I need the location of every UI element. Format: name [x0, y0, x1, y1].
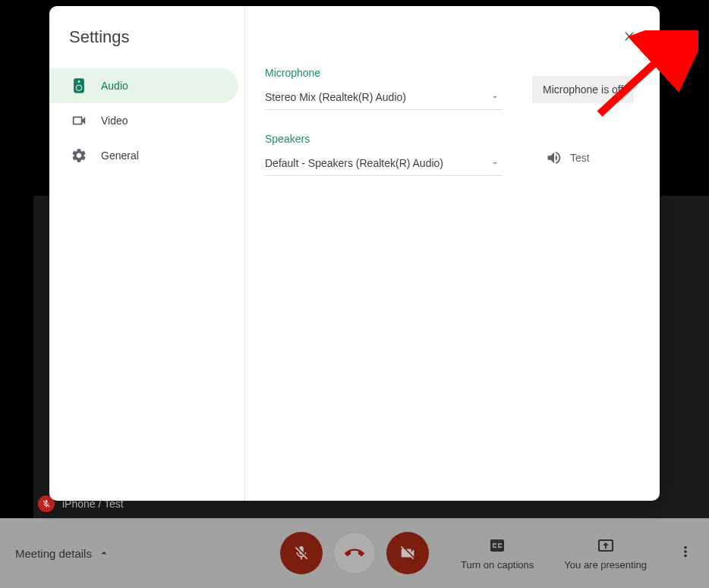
video-icon [71, 112, 87, 129]
settings-sidebar: Settings Audio Video General [49, 6, 245, 501]
hangup-button[interactable] [333, 532, 376, 574]
settings-main: Microphone Stereo Mix (Realtek(R) Audio)… [245, 6, 660, 501]
sidebar-item-label: Audio [101, 80, 128, 92]
speakers-select[interactable]: Default - Speakers (Realtek(R) Audio) [265, 153, 502, 176]
microphone-row: Microphone Stereo Mix (Realtek(R) Audio)… [265, 67, 640, 110]
speaker-icon [71, 77, 87, 94]
settings-modal: Settings Audio Video General Microphone [49, 6, 660, 501]
present-icon [597, 536, 615, 555]
bottom-bar: Meeting details Turn on captions You are… [0, 518, 709, 588]
speakers-value: Default - Speakers (Realtek(R) Audio) [265, 157, 443, 169]
sidebar-item-audio[interactable]: Audio [49, 68, 238, 103]
meeting-details-button[interactable]: Meeting details [15, 547, 110, 560]
sidebar-item-video[interactable]: Video [49, 103, 238, 138]
microphone-select[interactable]: Stereo Mix (Realtek(R) Audio) [265, 86, 502, 110]
sidebar-item-label: General [101, 149, 139, 162]
dropdown-icon [490, 158, 500, 168]
camera-off-button[interactable] [386, 532, 429, 574]
speakers-label: Speakers [265, 133, 502, 145]
present-label: You are presenting [564, 559, 647, 571]
sidebar-list: Audio Video General [49, 68, 244, 173]
captions-icon [488, 536, 506, 555]
present-button[interactable]: You are presenting [564, 536, 647, 571]
test-label: Test [570, 152, 590, 164]
test-speakers-button[interactable]: Test [546, 149, 590, 166]
phone-hangup-icon [345, 543, 364, 563]
close-icon [622, 29, 637, 44]
sound-icon [546, 149, 562, 166]
microphone-status: Microphone is off [532, 76, 634, 103]
mic-off-icon [293, 545, 310, 561]
camera-off-icon [399, 545, 416, 561]
meeting-details-label: Meeting details [15, 547, 92, 560]
captions-label: Turn on captions [461, 559, 534, 571]
microphone-label: Microphone [265, 67, 502, 79]
more-vert-icon [677, 543, 694, 560]
dropdown-icon [490, 92, 500, 102]
sidebar-item-general[interactable]: General [49, 138, 238, 173]
call-controls [280, 532, 429, 574]
more-options-button[interactable] [677, 543, 694, 563]
close-button[interactable] [616, 23, 643, 50]
speakers-row: Speakers Default - Speakers (Realtek(R) … [265, 133, 640, 176]
captions-button[interactable]: Turn on captions [461, 536, 534, 571]
right-controls: Turn on captions You are presenting [461, 536, 694, 571]
mute-mic-button[interactable] [280, 532, 323, 574]
microphone-value: Stereo Mix (Realtek(R) Audio) [265, 91, 406, 103]
sidebar-item-label: Video [101, 115, 128, 127]
chevron-up-icon [98, 547, 110, 559]
gear-icon [71, 147, 87, 164]
settings-title: Settings [49, 27, 244, 68]
